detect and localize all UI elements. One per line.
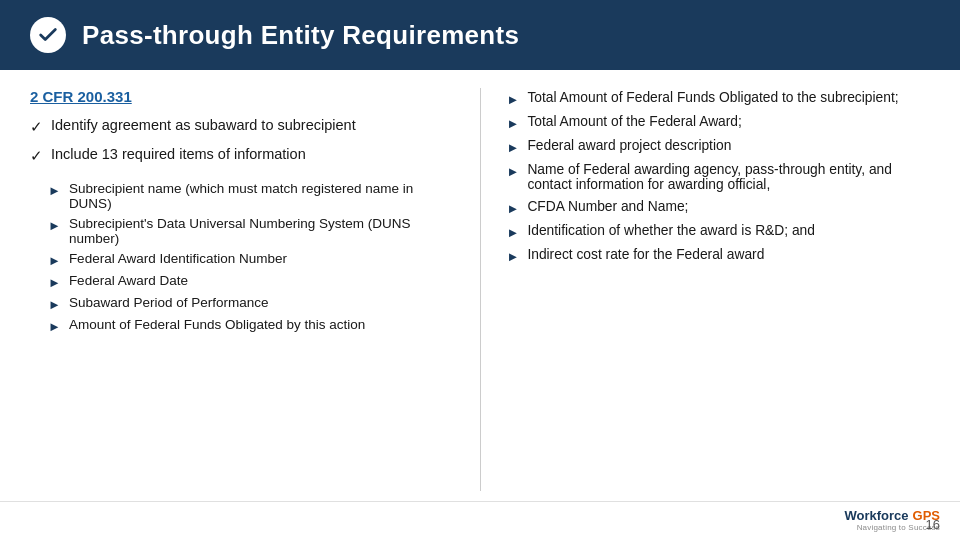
list-item: ► Amount of Federal Funds Obligated by t… <box>48 317 454 334</box>
arrow-icon: ► <box>48 275 61 290</box>
page-number: 16 <box>926 517 940 532</box>
list-item: ► Total Amount of the Federal Award; <box>507 114 931 131</box>
list-item: ► CFDA Number and Name; <box>507 199 931 216</box>
right-item-label: Identification of whether the award is R… <box>527 223 815 238</box>
arrow-icon: ► <box>507 249 520 264</box>
sub-item-label: Amount of Federal Funds Obligated by thi… <box>69 317 365 332</box>
right-item-label: CFDA Number and Name; <box>527 199 688 214</box>
list-item: ► Subrecipient name (which must match re… <box>48 181 454 211</box>
list-item: ► Subrecipient's Data Universal Numberin… <box>48 216 454 246</box>
arrow-icon: ► <box>507 140 520 155</box>
arrow-icon: ► <box>48 218 61 233</box>
check-circle <box>30 17 66 53</box>
check-item-2-label: Include 13 required items of information <box>51 146 306 162</box>
arrow-icon: ► <box>507 164 520 179</box>
checkmark-icon-1: ✓ <box>30 118 43 136</box>
slide-title: Pass-through Entity Requirements <box>82 20 519 51</box>
check-item-1: ✓ Identify agreement as subaward to subr… <box>30 117 454 136</box>
sub-item-label: Subrecipient's Data Universal Numbering … <box>69 216 454 246</box>
cfr-reference[interactable]: 2 CFR 200.331 <box>30 88 454 105</box>
logo-workforce: Workforce <box>844 508 908 523</box>
left-column: 2 CFR 200.331 ✓ Identify agreement as su… <box>30 88 454 491</box>
list-item: ► Name of Federal awarding agency, pass-… <box>507 162 931 192</box>
column-divider <box>480 88 481 491</box>
list-item: ► Indirect cost rate for the Federal awa… <box>507 247 931 264</box>
slide-content: 2 CFR 200.331 ✓ Identify agreement as su… <box>0 70 960 501</box>
arrow-icon: ► <box>48 183 61 198</box>
arrow-icon: ► <box>507 92 520 107</box>
sub-item-label: Federal Award Date <box>69 273 188 288</box>
slide-header: Pass-through Entity Requirements <box>0 0 960 70</box>
right-item-label: Total Amount of the Federal Award; <box>527 114 742 129</box>
slide-footer: Workforce GPS Navigating to Success <box>0 501 960 540</box>
checkmark-icon-2: ✓ <box>30 147 43 165</box>
right-item-label: Total Amount of Federal Funds Obligated … <box>527 90 898 105</box>
check-item-2: ✓ Include 13 required items of informati… <box>30 146 454 165</box>
arrow-icon: ► <box>507 225 520 240</box>
list-item: ► Identification of whether the award is… <box>507 223 931 240</box>
list-item: ► Subaward Period of Performance <box>48 295 454 312</box>
right-column: ► Total Amount of Federal Funds Obligate… <box>507 88 931 491</box>
sub-items-list: ► Subrecipient name (which must match re… <box>30 181 454 334</box>
slide: Pass-through Entity Requirements 2 CFR 2… <box>0 0 960 540</box>
arrow-icon: ► <box>48 297 61 312</box>
list-item: ► Federal Award Identification Number <box>48 251 454 268</box>
right-item-label: Federal award project description <box>527 138 731 153</box>
arrow-icon: ► <box>48 253 61 268</box>
check-item-1-label: Identify agreement as subaward to subrec… <box>51 117 356 133</box>
list-item: ► Federal award project description <box>507 138 931 155</box>
arrow-icon: ► <box>48 319 61 334</box>
arrow-icon: ► <box>507 116 520 131</box>
sub-item-label: Federal Award Identification Number <box>69 251 287 266</box>
right-item-label: Name of Federal awarding agency, pass-th… <box>527 162 930 192</box>
list-item: ► Federal Award Date <box>48 273 454 290</box>
sub-item-label: Subrecipient name (which must match regi… <box>69 181 454 211</box>
right-item-label: Indirect cost rate for the Federal award <box>527 247 764 262</box>
list-item: ► Total Amount of Federal Funds Obligate… <box>507 90 931 107</box>
sub-item-label: Subaward Period of Performance <box>69 295 269 310</box>
arrow-icon: ► <box>507 201 520 216</box>
